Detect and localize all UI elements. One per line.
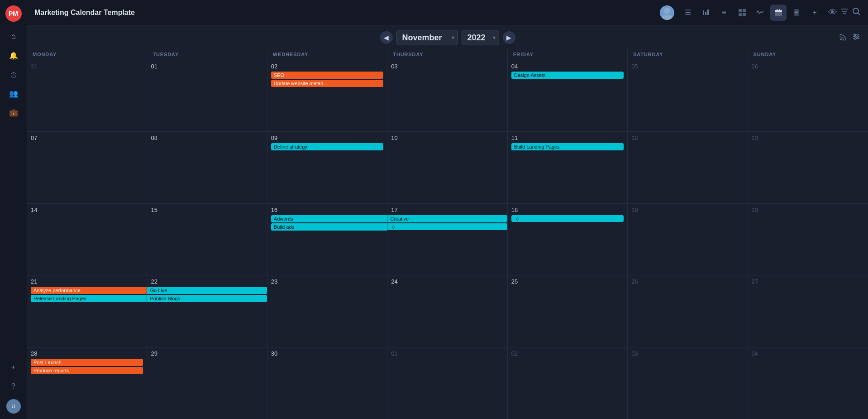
date-29: 29 [151, 350, 263, 357]
event-review-edit[interactable]: ◇ [387, 223, 507, 230]
year-select-wrapper: 202120222023 [462, 30, 499, 45]
date-26: 26 [631, 278, 744, 285]
sidebar-notifications[interactable]: 🔔 [5, 47, 22, 63]
date-11: 11 [511, 135, 624, 141]
date-dec-03: 03 [631, 350, 744, 357]
cell-nov-17: 17 Creative ◇ [387, 204, 507, 275]
svg-rect-5 [739, 9, 742, 12]
cell-nov-11: 11 Build Landing Pages [508, 132, 628, 203]
doc-view-btn[interactable] [788, 5, 805, 21]
calendar-row-3: 14 15 16 Adwords Build ads 17 Creative ◇ [27, 204, 868, 275]
event-post-launch[interactable]: Post-Launch [31, 359, 143, 366]
svg-rect-11 [777, 9, 777, 11]
date-12: 12 [631, 135, 744, 141]
sidebar: PM ⌂ 🔔 ◷ 👥 💼 + ? U [0, 0, 27, 419]
cell-nov-01: 01 [147, 60, 267, 131]
cell-oct-31: 31 [27, 60, 147, 131]
header: Marketing Calendar Template ☰ ≡ + [27, 0, 868, 25]
next-month-btn[interactable]: ▶ [503, 31, 515, 44]
sidebar-help[interactable]: ? [5, 378, 22, 395]
date-24: 24 [391, 278, 503, 285]
svg-rect-12 [779, 9, 780, 11]
event-creative[interactable]: Creative [387, 215, 507, 222]
day-tuesday: TUESDAY [147, 49, 267, 60]
cell-nov-06: 06 [748, 60, 868, 131]
date-03: 03 [391, 63, 503, 70]
event-go-live[interactable]: Go Live [147, 287, 267, 294]
day-thursday: THURSDAY [387, 49, 507, 60]
event-update-website[interactable]: Update website metad... [271, 80, 383, 87]
date-01: 01 [151, 63, 263, 70]
event-design-assets[interactable]: Design Assets [511, 72, 624, 79]
year-select[interactable]: 202120222023 [462, 30, 499, 45]
svg-rect-15 [795, 12, 798, 13]
sidebar-people[interactable]: 👥 [5, 85, 22, 101]
date-20: 20 [752, 207, 864, 213]
cell-nov-08: 08 [147, 132, 267, 203]
cell-nov-02: 02 SEO Update website metad... [267, 60, 387, 131]
date-19: 19 [631, 207, 744, 213]
table-view-btn[interactable] [734, 5, 750, 21]
cell-nov-24: 24 [387, 275, 507, 347]
cell-nov-15: 15 [147, 204, 267, 275]
sidebar-add[interactable]: + [5, 359, 22, 376]
svg-point-0 [664, 8, 670, 14]
add-view-btn[interactable]: + [806, 5, 823, 21]
event-release-landing-pages[interactable]: Release Landing Pages [31, 295, 147, 302]
svg-rect-2 [703, 10, 704, 15]
svg-rect-6 [743, 9, 746, 12]
watch-icon[interactable]: 👁 [828, 7, 837, 18]
calendar-view-btn[interactable] [770, 5, 787, 21]
day-headers: MONDAY TUESDAY WEDNESDAY THURSDAY FRIDAY… [27, 49, 868, 60]
cell-nov-05: 05 [628, 60, 748, 131]
header-avatar [660, 5, 674, 20]
month-select-wrapper: JanuaryFebruaryMarch AprilMayJune JulyAu… [396, 30, 458, 45]
cell-nov-14: 14 [27, 204, 147, 275]
month-nav: ◀ JanuaryFebruaryMarch AprilMayJune July… [27, 25, 868, 49]
calendar-container: ◀ JanuaryFebruaryMarch AprilMayJune July… [27, 25, 868, 419]
svg-point-17 [853, 8, 858, 14]
sidebar-user-avatar[interactable]: U [6, 399, 21, 414]
svg-point-23 [854, 34, 856, 36]
date-10: 10 [391, 135, 503, 141]
app-logo: PM [5, 5, 22, 22]
svg-rect-4 [707, 10, 709, 15]
bar-view-btn[interactable] [698, 5, 714, 21]
svg-point-1 [662, 15, 672, 20]
activity-view-btn[interactable] [752, 5, 768, 21]
calendar-right-controls [839, 32, 861, 43]
date-21: 21 [31, 278, 147, 285]
event-build-landing-pages[interactable]: Build Landing Pages [511, 143, 624, 150]
cell-dec-01: 01 [387, 347, 507, 419]
sidebar-portfolio[interactable]: 💼 [5, 104, 22, 120]
sidebar-home[interactable]: ⌂ [5, 28, 22, 44]
date-09: 09 [271, 135, 383, 141]
list2-view-btn[interactable]: ≡ [716, 5, 732, 21]
sidebar-history[interactable]: ◷ [5, 66, 22, 82]
diamond-icon-review: ◇ [392, 224, 396, 229]
list-view-btn[interactable]: ☰ [680, 5, 696, 21]
settings-icon[interactable] [852, 32, 861, 43]
event-build-ads[interactable]: Build ads [271, 223, 387, 231]
event-launch-ads[interactable]: ◇ [511, 215, 624, 222]
event-seo[interactable]: SEO [271, 72, 383, 79]
date-18: 18 [511, 207, 624, 213]
feed-icon[interactable] [839, 32, 848, 43]
day-monday: MONDAY [27, 49, 147, 60]
event-publish-blogs[interactable]: Publish Blogs [147, 295, 267, 302]
filter-icon[interactable] [840, 7, 849, 18]
search-icon[interactable] [852, 7, 861, 18]
month-select[interactable]: JanuaryFebruaryMarch AprilMayJune JulyAu… [396, 30, 458, 45]
day-sunday: SUNDAY [748, 49, 868, 60]
cell-nov-13: 13 [748, 132, 868, 203]
cell-nov-19: 19 [628, 204, 748, 275]
cell-nov-22: 22 Go Live Publish Blogs [147, 275, 267, 347]
prev-month-btn[interactable]: ◀ [380, 31, 393, 44]
event-adwords[interactable]: Adwords [271, 215, 387, 222]
event-define-strategy[interactable]: Define strategy [271, 143, 383, 150]
cell-nov-12: 12 [628, 132, 748, 203]
svg-point-19 [840, 39, 842, 40]
event-produce-reports[interactable]: Produce reports [31, 367, 143, 374]
event-analyze-performance[interactable]: Analyze performance [31, 287, 147, 294]
date-14: 14 [31, 207, 143, 213]
